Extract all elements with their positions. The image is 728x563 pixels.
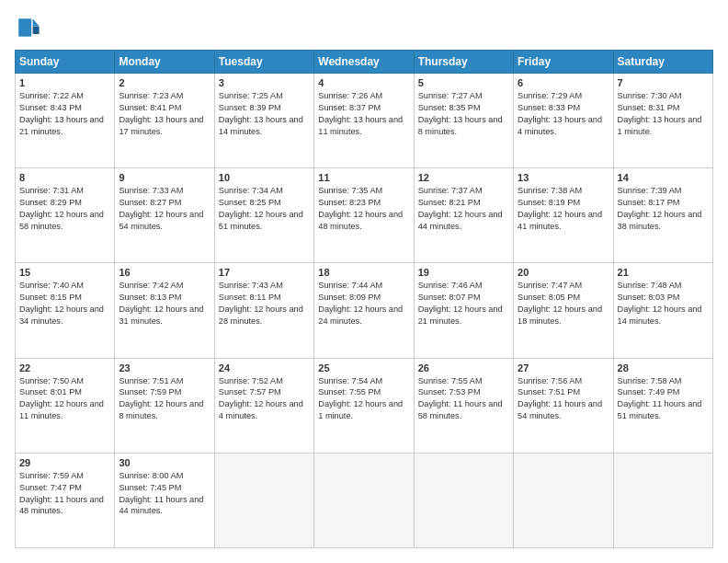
day-info: Sunrise: 7:52 AMSunset: 7:57 PMDaylight:… <box>219 375 310 423</box>
col-header-tuesday: Tuesday <box>214 51 313 74</box>
empty-cell <box>613 453 712 547</box>
day-info: Sunrise: 7:48 AMSunset: 8:03 PMDaylight:… <box>618 280 709 327</box>
svg-rect-2 <box>18 18 31 37</box>
day-info: Sunrise: 7:30 AMSunset: 8:31 PMDaylight:… <box>618 90 709 138</box>
day-cell-15: 15Sunrise: 7:40 AMSunset: 8:15 PMDayligh… <box>16 263 115 358</box>
day-info: Sunrise: 7:56 AMSunset: 7:51 PMDaylight:… <box>518 375 609 423</box>
day-cell-28: 28Sunrise: 7:58 AMSunset: 7:49 PMDayligh… <box>613 358 712 453</box>
day-cell-10: 10Sunrise: 7:34 AMSunset: 8:25 PMDayligh… <box>214 168 313 263</box>
col-header-sunday: Sunday <box>16 51 115 74</box>
day-number: 17 <box>219 267 310 278</box>
svg-marker-1 <box>33 27 40 34</box>
day-cell-2: 2Sunrise: 7:23 AMSunset: 8:41 PMDaylight… <box>115 74 214 168</box>
day-cell-30: 30Sunrise: 8:00 AMSunset: 7:45 PMDayligh… <box>115 453 214 547</box>
day-cell-18: 18Sunrise: 7:44 AMSunset: 8:09 PMDayligh… <box>314 263 414 358</box>
day-info: Sunrise: 7:44 AMSunset: 8:09 PMDaylight:… <box>318 280 409 327</box>
col-header-friday: Friday <box>514 51 613 74</box>
day-cell-12: 12Sunrise: 7:37 AMSunset: 8:21 PMDayligh… <box>414 168 513 263</box>
header <box>15 15 713 40</box>
day-cell-20: 20Sunrise: 7:47 AMSunset: 8:05 PMDayligh… <box>514 263 613 358</box>
day-cell-23: 23Sunrise: 7:51 AMSunset: 7:59 PMDayligh… <box>115 358 214 453</box>
day-number: 14 <box>618 172 709 183</box>
day-number: 2 <box>119 77 210 88</box>
col-header-wednesday: Wednesday <box>314 51 414 74</box>
page: SundayMondayTuesdayWednesdayThursdayFrid… <box>0 0 728 563</box>
day-cell-14: 14Sunrise: 7:39 AMSunset: 8:17 PMDayligh… <box>613 168 712 263</box>
day-cell-27: 27Sunrise: 7:56 AMSunset: 7:51 PMDayligh… <box>514 358 613 453</box>
day-number: 26 <box>418 362 509 373</box>
day-info: Sunrise: 7:38 AMSunset: 8:19 PMDaylight:… <box>518 185 609 233</box>
logo-icon <box>15 15 40 40</box>
day-number: 3 <box>219 77 310 88</box>
day-number: 7 <box>618 77 709 88</box>
day-cell-25: 25Sunrise: 7:54 AMSunset: 7:55 PMDayligh… <box>314 358 414 453</box>
col-header-saturday: Saturday <box>613 51 712 74</box>
day-number: 9 <box>119 172 210 183</box>
day-info: Sunrise: 7:31 AMSunset: 8:29 PMDaylight:… <box>19 185 110 233</box>
day-number: 25 <box>318 362 409 373</box>
day-number: 1 <box>19 77 110 88</box>
day-info: Sunrise: 7:47 AMSunset: 8:05 PMDaylight:… <box>518 280 609 327</box>
day-number: 29 <box>19 457 110 468</box>
day-number: 4 <box>318 77 409 88</box>
day-info: Sunrise: 7:29 AMSunset: 8:33 PMDaylight:… <box>518 90 609 138</box>
day-number: 10 <box>219 172 310 183</box>
empty-cell <box>414 453 513 547</box>
day-info: Sunrise: 7:54 AMSunset: 7:55 PMDaylight:… <box>318 375 409 423</box>
day-cell-6: 6Sunrise: 7:29 AMSunset: 8:33 PMDaylight… <box>514 74 613 168</box>
day-number: 20 <box>518 267 609 278</box>
day-cell-29: 29Sunrise: 7:59 AMSunset: 7:47 PMDayligh… <box>16 453 115 547</box>
day-info: Sunrise: 7:37 AMSunset: 8:21 PMDaylight:… <box>418 185 509 233</box>
day-number: 15 <box>19 267 110 278</box>
day-number: 19 <box>418 267 509 278</box>
logo <box>15 15 44 40</box>
day-info: Sunrise: 7:51 AMSunset: 7:59 PMDaylight:… <box>119 375 210 423</box>
day-cell-24: 24Sunrise: 7:52 AMSunset: 7:57 PMDayligh… <box>214 358 313 453</box>
day-cell-7: 7Sunrise: 7:30 AMSunset: 8:31 PMDaylight… <box>613 74 712 168</box>
day-info: Sunrise: 7:25 AMSunset: 8:39 PMDaylight:… <box>219 90 310 138</box>
day-number: 28 <box>618 362 709 373</box>
day-info: Sunrise: 7:59 AMSunset: 7:47 PMDaylight:… <box>19 470 110 518</box>
day-info: Sunrise: 8:00 AMSunset: 7:45 PMDaylight:… <box>119 470 210 518</box>
empty-cell <box>514 453 613 547</box>
day-info: Sunrise: 7:27 AMSunset: 8:35 PMDaylight:… <box>418 90 509 138</box>
empty-cell <box>314 453 414 547</box>
day-cell-13: 13Sunrise: 7:38 AMSunset: 8:19 PMDayligh… <box>514 168 613 263</box>
day-info: Sunrise: 7:34 AMSunset: 8:25 PMDaylight:… <box>219 185 310 233</box>
day-info: Sunrise: 7:50 AMSunset: 8:01 PMDaylight:… <box>19 375 110 423</box>
day-number: 13 <box>518 172 609 183</box>
day-number: 21 <box>618 267 709 278</box>
day-info: Sunrise: 7:26 AMSunset: 8:37 PMDaylight:… <box>318 90 409 138</box>
day-number: 24 <box>219 362 310 373</box>
day-info: Sunrise: 7:35 AMSunset: 8:23 PMDaylight:… <box>318 185 409 233</box>
day-number: 18 <box>318 267 409 278</box>
day-info: Sunrise: 7:58 AMSunset: 7:49 PMDaylight:… <box>618 375 709 423</box>
day-number: 12 <box>418 172 509 183</box>
day-cell-16: 16Sunrise: 7:42 AMSunset: 8:13 PMDayligh… <box>115 263 214 358</box>
empty-cell <box>214 453 313 547</box>
day-number: 6 <box>518 77 609 88</box>
day-info: Sunrise: 7:43 AMSunset: 8:11 PMDaylight:… <box>219 280 310 327</box>
calendar-table: SundayMondayTuesdayWednesdayThursdayFrid… <box>15 50 713 548</box>
day-number: 8 <box>19 172 110 183</box>
svg-marker-0 <box>33 18 40 26</box>
day-number: 27 <box>518 362 609 373</box>
day-cell-17: 17Sunrise: 7:43 AMSunset: 8:11 PMDayligh… <box>214 263 313 358</box>
day-info: Sunrise: 7:22 AMSunset: 8:43 PMDaylight:… <box>19 90 110 138</box>
day-number: 16 <box>119 267 210 278</box>
col-header-thursday: Thursday <box>414 51 513 74</box>
day-info: Sunrise: 7:46 AMSunset: 8:07 PMDaylight:… <box>418 280 509 327</box>
day-cell-11: 11Sunrise: 7:35 AMSunset: 8:23 PMDayligh… <box>314 168 414 263</box>
day-number: 22 <box>19 362 110 373</box>
day-cell-4: 4Sunrise: 7:26 AMSunset: 8:37 PMDaylight… <box>314 74 414 168</box>
day-cell-5: 5Sunrise: 7:27 AMSunset: 8:35 PMDaylight… <box>414 74 513 168</box>
day-cell-21: 21Sunrise: 7:48 AMSunset: 8:03 PMDayligh… <box>613 263 712 358</box>
day-info: Sunrise: 7:23 AMSunset: 8:41 PMDaylight:… <box>119 90 210 138</box>
day-number: 30 <box>119 457 210 468</box>
day-cell-26: 26Sunrise: 7:55 AMSunset: 7:53 PMDayligh… <box>414 358 513 453</box>
col-header-monday: Monday <box>115 51 214 74</box>
day-cell-22: 22Sunrise: 7:50 AMSunset: 8:01 PMDayligh… <box>16 358 115 453</box>
day-number: 5 <box>418 77 509 88</box>
day-cell-1: 1Sunrise: 7:22 AMSunset: 8:43 PMDaylight… <box>16 74 115 168</box>
day-cell-8: 8Sunrise: 7:31 AMSunset: 8:29 PMDaylight… <box>16 168 115 263</box>
